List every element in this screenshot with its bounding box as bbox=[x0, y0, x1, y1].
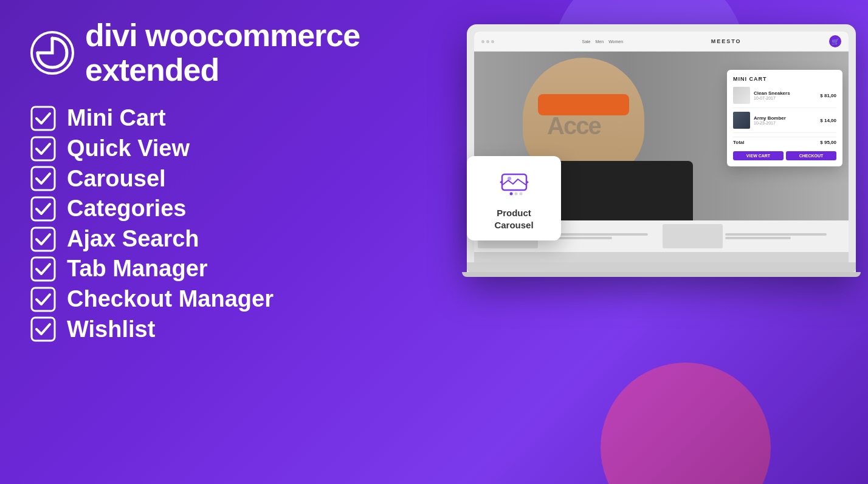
cart-item-1-name: Clean Sneakers bbox=[754, 90, 816, 96]
prod-line-4 bbox=[725, 237, 791, 239]
laptop-base bbox=[467, 262, 856, 272]
cart-item-2-price: $ 14,00 bbox=[820, 118, 836, 123]
cart-item-2-name: Army Bomber bbox=[754, 115, 816, 121]
feature-item-wishlist: Wishlist bbox=[30, 316, 407, 344]
cart-total-price: $ 95,00 bbox=[820, 140, 836, 145]
header: divi woocommerce extended bbox=[30, 18, 407, 87]
cart-total-row: Total $ 95,00 bbox=[733, 137, 836, 148]
nav-link-women: Women bbox=[608, 39, 623, 44]
svg-rect-1 bbox=[32, 107, 55, 130]
svg-rect-7 bbox=[32, 288, 55, 311]
cart-item-2-date: 10-23-2017 bbox=[754, 121, 816, 125]
screen-nav-dots bbox=[481, 40, 494, 43]
screen-nav: Sale Men Women MEESTO 🛒 bbox=[474, 32, 849, 52]
right-panel: Sale Men Women MEESTO 🛒 bbox=[407, 18, 838, 466]
hero-text-overlay: Acce bbox=[547, 112, 601, 140]
feature-item-categories: Categories bbox=[30, 195, 407, 223]
feature-item-ajax-search: Ajax Search bbox=[30, 225, 407, 253]
laptop-wrapper: Sale Men Women MEESTO 🛒 bbox=[467, 24, 856, 277]
carousel-card: ProductCarousel bbox=[467, 156, 561, 240]
check-icon-checkout-manager bbox=[30, 287, 56, 312]
header-title: divi woocommerce extended bbox=[85, 18, 407, 87]
check-icon-quick-view bbox=[30, 136, 56, 162]
product-thumb-2 bbox=[663, 224, 723, 248]
nav-link-sale: Sale bbox=[582, 39, 591, 44]
feature-label-tab-manager: Tab Manager bbox=[67, 255, 208, 283]
svg-point-12 bbox=[514, 193, 517, 196]
nav-link-men: Men bbox=[596, 39, 604, 44]
check-icon-categories bbox=[30, 196, 56, 222]
cart-item-1-date: 10-07-2017 bbox=[754, 96, 816, 100]
feature-label-checkout-manager: Checkout Manager bbox=[67, 285, 274, 313]
svg-rect-3 bbox=[32, 167, 55, 190]
feature-label-ajax-search: Ajax Search bbox=[67, 225, 199, 253]
product-info-2 bbox=[725, 224, 845, 248]
mini-cart-title: MINI CART bbox=[733, 76, 836, 82]
cart-item-1-price: $ 81,00 bbox=[820, 93, 836, 98]
cart-item-1-img bbox=[733, 87, 750, 104]
svg-rect-8 bbox=[32, 318, 55, 341]
check-icon-mini-cart bbox=[30, 106, 56, 131]
cart-item-2: Army Bomber 10-23-2017 $ 14,00 bbox=[733, 112, 836, 133]
carousel-card-icon bbox=[498, 168, 530, 200]
feature-item-mini-cart: Mini Cart bbox=[30, 104, 407, 132]
nav-dot-2 bbox=[486, 40, 489, 43]
check-icon-carousel bbox=[30, 166, 56, 191]
cart-item-1-info: Clean Sneakers 10-07-2017 bbox=[754, 90, 816, 100]
cart-item-2-img bbox=[733, 112, 750, 129]
cart-item-2-info: Army Bomber 10-23-2017 bbox=[754, 115, 816, 125]
cart-buttons: VIEW CART CHECKOUT bbox=[733, 151, 836, 160]
check-icon-ajax-search bbox=[30, 227, 56, 252]
laptop-bottom bbox=[462, 272, 861, 277]
carousel-card-label: ProductCarousel bbox=[494, 207, 533, 231]
feature-label-categories: Categories bbox=[67, 195, 186, 223]
svg-rect-6 bbox=[32, 257, 55, 281]
svg-point-10 bbox=[508, 177, 511, 180]
checkout-button[interactable]: CHECKOUT bbox=[786, 151, 836, 160]
feature-item-tab-manager: Tab Manager bbox=[30, 255, 407, 283]
feature-label-mini-cart: Mini Cart bbox=[67, 104, 166, 132]
features-list: Mini Cart Quick View Carousel bbox=[30, 104, 407, 343]
feature-item-carousel: Carousel bbox=[30, 165, 407, 193]
feature-item-quick-view: Quick View bbox=[30, 135, 407, 163]
feature-label-carousel: Carousel bbox=[67, 165, 166, 193]
screen-cart-button[interactable]: 🛒 bbox=[829, 35, 841, 47]
svg-point-13 bbox=[519, 193, 522, 196]
screen-brand: MEESTO bbox=[711, 38, 742, 44]
check-icon-wishlist bbox=[30, 316, 56, 342]
svg-rect-2 bbox=[32, 137, 55, 160]
feature-label-wishlist: Wishlist bbox=[67, 316, 155, 344]
feature-item-checkout-manager: Checkout Manager bbox=[30, 285, 407, 313]
svg-rect-4 bbox=[32, 197, 55, 220]
view-cart-button[interactable]: VIEW CART bbox=[733, 151, 784, 160]
cart-total-label: Total bbox=[733, 140, 745, 145]
cart-item-1: Clean Sneakers 10-07-2017 $ 81,00 bbox=[733, 87, 836, 108]
check-icon-tab-manager bbox=[30, 256, 56, 282]
feature-label-quick-view: Quick View bbox=[67, 135, 190, 163]
screen-nav-links: Sale Men Women bbox=[582, 39, 624, 44]
svg-rect-5 bbox=[32, 228, 55, 251]
svg-point-11 bbox=[509, 193, 512, 196]
prod-line-3 bbox=[725, 233, 827, 236]
divi-logo-icon bbox=[30, 31, 74, 75]
nav-dot-1 bbox=[481, 40, 484, 43]
mini-cart-popup: MINI CART Clean Sneakers 10-07-2017 $ 81… bbox=[727, 70, 842, 166]
left-panel: divi woocommerce extended Mini Cart Quic… bbox=[30, 18, 407, 466]
nav-dot-3 bbox=[491, 40, 494, 43]
